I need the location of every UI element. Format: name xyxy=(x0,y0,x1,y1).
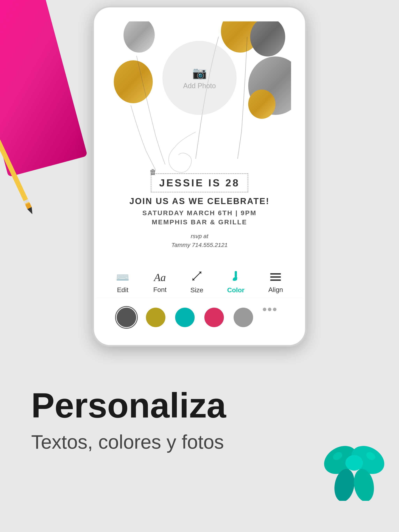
color-swatch-olive[interactable] xyxy=(146,308,165,327)
tab-edit-label: Edit xyxy=(117,286,129,294)
tab-align-label: Align xyxy=(268,286,283,293)
align-icon xyxy=(270,271,281,284)
dot-2 xyxy=(268,308,271,311)
tab-edit[interactable]: ⌨️ Edit xyxy=(116,271,129,294)
color-swatch-pink[interactable] xyxy=(204,308,224,327)
venue-text: MEMPHIS BAR & GRILLE xyxy=(152,218,247,226)
keyboard-icon: ⌨️ xyxy=(116,271,129,284)
balloon-gray-top xyxy=(250,21,285,57)
teal-bow-decoration xyxy=(321,435,387,501)
date-text: SATURDAY MARCH 6TH | 9PM xyxy=(142,209,257,217)
svg-line-0 xyxy=(193,272,201,280)
svg-rect-5 xyxy=(270,276,281,278)
invitation-card: 📷 Add Photo 🗑 JESSIE IS 28 JOIN US AS WE… xyxy=(108,21,291,261)
personalize-title: Personaliza xyxy=(31,388,368,423)
join-text: JOIN US AS WE CELEBRATE! xyxy=(129,196,270,206)
tab-align[interactable]: Align xyxy=(268,271,283,293)
tab-font-label: Font xyxy=(153,286,167,293)
dot-1 xyxy=(263,308,266,311)
personalize-subtitle: Textos, colores y fotos xyxy=(31,431,368,453)
balloon-gold-mid xyxy=(114,60,153,103)
pink-ribbon-decoration xyxy=(0,0,87,177)
invitation-text-block: 🗑 JESSIE IS 28 JOIN US AS WE CELEBRATE! … xyxy=(108,169,291,261)
bottom-toolbar: ⌨️ Edit Aa Font Size xyxy=(96,261,303,343)
tab-font[interactable]: Aa Font xyxy=(153,271,167,293)
tab-size[interactable]: Size xyxy=(190,271,203,294)
balloon-silver-top xyxy=(123,21,155,53)
color-swatches xyxy=(96,298,303,337)
rsvp-line2: Tammy 714.555.2121 xyxy=(171,242,228,248)
svg-rect-6 xyxy=(270,279,281,281)
brush-icon xyxy=(231,271,241,284)
resize-icon xyxy=(192,271,202,284)
tab-size-label: Size xyxy=(190,286,203,294)
dot-3 xyxy=(273,308,277,311)
phone-frame: 📷 Add Photo 🗑 JESSIE IS 28 JOIN US AS WE… xyxy=(92,6,307,347)
rsvp-line1: rsvp at xyxy=(191,233,208,239)
name-box[interactable]: 🗑 JESSIE IS 28 xyxy=(151,173,248,192)
svg-point-16 xyxy=(345,455,363,471)
font-icon: Aa xyxy=(154,271,166,284)
color-swatch-dark[interactable] xyxy=(117,308,136,327)
phone-inner: 📷 Add Photo 🗑 JESSIE IS 28 JOIN US AS WE… xyxy=(96,10,303,343)
photo-placeholder[interactable]: 📷 Add Photo xyxy=(162,41,237,115)
color-swatch-more[interactable] xyxy=(263,308,282,327)
svg-rect-4 xyxy=(270,273,281,275)
trash-icon[interactable]: 🗑 xyxy=(149,168,156,176)
svg-rect-3 xyxy=(235,271,237,277)
toolbar-tabs: ⌨️ Edit Aa Font Size xyxy=(96,267,303,298)
rsvp-text: rsvp at Tammy 714.555.2121 xyxy=(171,232,228,249)
add-photo-label[interactable]: Add Photo xyxy=(183,82,216,90)
tab-color-label: Color xyxy=(227,286,245,294)
balloon-gold-small xyxy=(248,89,276,119)
color-swatch-teal[interactable] xyxy=(175,308,195,327)
more-dots xyxy=(263,308,282,311)
tab-color[interactable]: Color xyxy=(227,271,245,294)
name-title: JESSIE IS 28 xyxy=(159,177,240,189)
color-swatch-gray[interactable] xyxy=(234,308,253,327)
camera-icon: 📷 xyxy=(192,66,207,80)
